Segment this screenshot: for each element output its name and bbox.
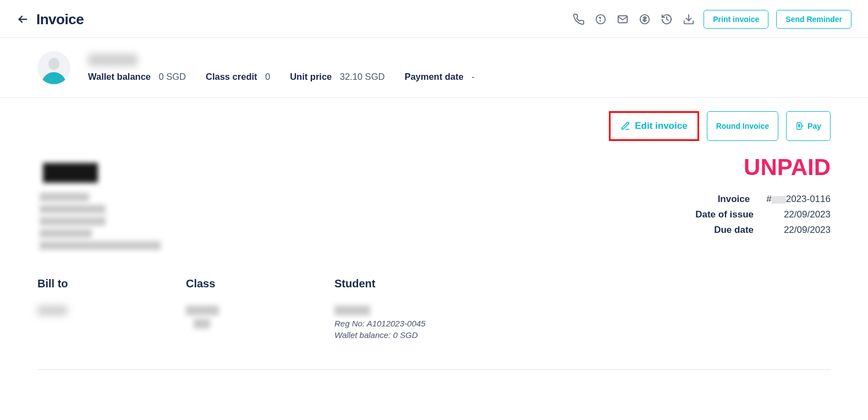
wallet-balance-label: Wallet balance: [88, 72, 151, 81]
class-credit-value: 0: [265, 72, 270, 81]
edit-invoice-label: Edit invoice: [635, 121, 687, 132]
pay-button[interactable]: Pay: [786, 111, 831, 141]
download-icon[interactable]: [682, 12, 696, 26]
student-column: Student Reg No: A1012023-0045 Wallet bal…: [334, 277, 425, 342]
invoice-number-prefix: #: [766, 194, 771, 204]
pay-label: Pay: [807, 122, 821, 130]
page-title: Invoice: [36, 11, 84, 28]
company-line-redacted: [40, 193, 89, 201]
unit-price-item: Unit price 32.10 SGD: [290, 72, 384, 82]
parties-row: Bill to Class Student Reg No: A1012023-0…: [37, 277, 831, 370]
student-name-redacted: [88, 54, 138, 66]
meta-date-of-issue-row: Date of issue 22/09/2023: [695, 209, 831, 220]
top-toolbar-right: Print invoice Send Reminder: [572, 10, 851, 29]
print-invoice-button[interactable]: Print invoice: [704, 10, 768, 29]
back-arrow-icon[interactable]: [17, 13, 29, 25]
class-name-redacted: [194, 319, 210, 329]
invoice-number-value: #2023-0116: [766, 194, 831, 205]
pay-icon: [795, 122, 804, 130]
edit-invoice-button[interactable]: Edit invoice: [617, 116, 690, 136]
svg-point-1: [596, 15, 606, 24]
due-date-value: 22/09/2023: [770, 225, 831, 236]
company-logo-redacted: [43, 163, 98, 183]
bill-to-column: Bill to: [37, 277, 120, 342]
date-of-issue-value: 22/09/2023: [770, 209, 831, 220]
company-line-redacted: [40, 205, 106, 214]
class-name-redacted: [186, 306, 219, 315]
company-line-redacted: [40, 229, 92, 238]
phone-icon[interactable]: [572, 12, 586, 26]
content: Edit invoice Round Invoice Pay UNPAID In…: [0, 98, 868, 392]
round-invoice-button[interactable]: Round Invoice: [707, 111, 778, 141]
invoice-number-label: Invoice: [718, 194, 750, 205]
wallet-balance-item: Wallet balance 0 SGD: [88, 72, 186, 82]
status-unpaid: UNPAID: [695, 154, 831, 181]
bill-to-title: Bill to: [37, 277, 120, 290]
history-icon[interactable]: [660, 12, 674, 26]
company-block-redacted: [37, 154, 161, 253]
pencil-icon: [620, 121, 630, 131]
company-line-redacted: [40, 241, 161, 250]
payment-date-label: Payment date: [404, 72, 463, 81]
currency-icon[interactable]: [638, 12, 652, 26]
summary-line: Wallet balance 0 SGD Class credit 0 Unit…: [88, 72, 475, 82]
avatar: [37, 51, 70, 84]
company-line-redacted: [40, 217, 106, 226]
due-date-label: Due date: [714, 225, 754, 236]
date-of-issue-label: Date of issue: [695, 209, 754, 220]
meta-due-date-row: Due date 22/09/2023: [695, 225, 831, 236]
invoice-header-row: UNPAID Invoice #2023-0116 Date of issue …: [37, 154, 831, 253]
student-name-redacted: [334, 306, 370, 315]
bill-to-name-redacted: [37, 306, 68, 315]
status-block: UNPAID Invoice #2023-0116 Date of issue …: [695, 154, 831, 240]
summary-column: Wallet balance 0 SGD Class credit 0 Unit…: [88, 54, 475, 82]
invoice-number-suffix: 2023-0116: [786, 194, 831, 204]
top-toolbar: Invoice Print invoice Send Reminder: [0, 0, 868, 38]
student-summary-strip: Wallet balance 0 SGD Class credit 0 Unit…: [0, 38, 868, 98]
student-wallet: Wallet balance: 0 SGD: [334, 330, 425, 340]
invoice-number-redacted-part: [772, 196, 786, 204]
unit-price-value: 32.10 SGD: [340, 72, 385, 81]
whatsapp-icon[interactable]: [594, 12, 608, 26]
student-reg-no: Reg No: A1012023-0045: [334, 319, 425, 328]
svg-point-2: [600, 20, 601, 21]
wallet-balance-value: 0 SGD: [158, 72, 186, 81]
payment-date-value: -: [471, 72, 475, 81]
class-title: Class: [186, 277, 268, 290]
edit-invoice-highlight: Edit invoice: [609, 111, 699, 141]
payment-date-item: Payment date -: [404, 72, 474, 82]
class-column: Class: [186, 277, 268, 342]
meta-invoice-number-row: Invoice #2023-0116: [695, 194, 831, 205]
student-title: Student: [334, 277, 425, 290]
class-credit-label: Class credit: [206, 72, 257, 81]
unit-price-label: Unit price: [290, 72, 332, 81]
class-credit-item: Class credit 0: [206, 72, 270, 82]
top-toolbar-left: Invoice: [17, 11, 84, 28]
send-reminder-button[interactable]: Send Reminder: [776, 10, 851, 29]
action-row: Edit invoice Round Invoice Pay: [37, 111, 831, 141]
email-icon[interactable]: [616, 12, 630, 26]
